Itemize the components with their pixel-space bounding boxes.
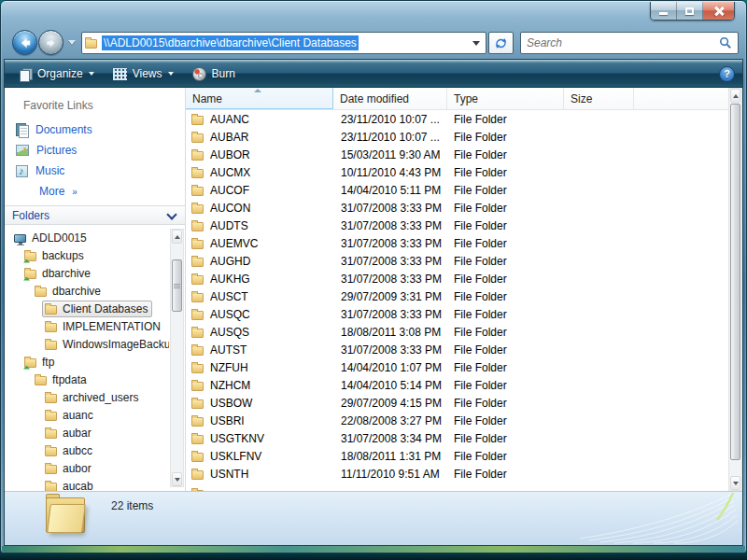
tree-item[interactable]: auanc [5, 406, 169, 424]
tree-item[interactable]: WindowsImageBackup [5, 335, 169, 353]
back-button[interactable] [12, 30, 37, 55]
table-row[interactable]: AUTST 31/07/2008 3:33 PM File Folder [186, 341, 728, 358]
table-row[interactable]: AUCMX 10/11/2010 4:43 PM File Folder [186, 163, 728, 181]
folder-icon [45, 447, 57, 456]
column-header-type[interactable]: Type [447, 88, 564, 109]
table-row[interactable]: AUCON 31/07/2008 3:33 PM File Folder [186, 199, 728, 217]
file-name: USKLFNV [210, 450, 261, 463]
views-button[interactable]: Views [106, 64, 181, 83]
table-row[interactable]: AUBAR 23/11/2010 10:07 ... File Folder [186, 128, 728, 146]
tree-item[interactable]: archived_users [5, 388, 169, 406]
file-name: AUSQC [210, 308, 250, 321]
file-type: File Folder [447, 379, 564, 392]
refresh-button[interactable] [488, 32, 514, 54]
burn-button[interactable]: Burn [185, 64, 243, 84]
address-dropdown-icon[interactable] [472, 41, 480, 46]
window-body: Organize Views Burn Favorite Links [4, 59, 743, 546]
file-date-modified: 31/07/2008 3:33 PM [333, 219, 447, 232]
table-row[interactable]: AUSQC 31/07/2008 3:33 PM File Folder [186, 305, 728, 323]
list-scrollbar-thumb[interactable] [730, 104, 740, 460]
file-rows: AUANC 23/11/2010 10:07 ... File Folder [186, 110, 742, 491]
tree-item[interactable]: IMPLEMENTATION [5, 317, 169, 335]
favorite-link[interactable]: Documents [5, 119, 185, 140]
tree-item[interactable]: ADLD0015 [5, 229, 169, 246]
file-name: USGTKNV [210, 432, 264, 445]
tree-item[interactable]: dbarchive [5, 282, 169, 300]
maximize-button[interactable] [677, 2, 703, 20]
tree-item[interactable]: ftpdata [5, 371, 169, 388]
column-headers: Name Date modified Type Size [186, 88, 742, 110]
tree-scrollbar-thumb[interactable] [172, 259, 182, 312]
folders-band[interactable]: Folders [5, 205, 185, 225]
table-row[interactable]: USBOW 29/07/2009 4:15 PM File Folder [186, 394, 728, 412]
organize-button[interactable]: Organize [12, 64, 102, 83]
scroll-down-icon[interactable] [730, 476, 740, 490]
file-name: AUBOR [210, 148, 250, 161]
tree-item[interactable]: aubar [5, 424, 169, 441]
folder-icon [191, 222, 204, 231]
favorite-link-label: Pictures [36, 144, 77, 157]
folder-icon [191, 293, 204, 302]
table-row[interactable]: USBRI 22/08/2008 3:27 PM File Folder [186, 412, 728, 429]
favorite-link[interactable]: Music [5, 161, 185, 181]
table-row[interactable]: NZFUH 14/04/2010 1:07 PM File Folder [186, 358, 728, 376]
folder-icon [191, 133, 204, 143]
folder-icon [191, 258, 204, 267]
table-row-partial[interactable] [186, 483, 728, 491]
tree-item[interactable]: aubcc [5, 441, 169, 459]
tree-item[interactable]: backups [5, 246, 169, 264]
explorer-window: \\ADLD0015\dbarchive\dbarchive\Client Da… [0, 0, 747, 553]
tree-scrollbar[interactable] [170, 229, 184, 487]
tree-item[interactable]: Client Databases [5, 300, 169, 317]
table-row[interactable]: AUCOF 14/04/2010 5:11 PM File Folder [186, 181, 728, 199]
organize-label: Organize [37, 67, 83, 80]
table-row[interactable]: AUEMVC 31/07/2008 3:33 PM File Folder [186, 234, 728, 252]
column-header-size[interactable]: Size [564, 88, 634, 109]
table-row[interactable]: AUSQS 18/08/2011 3:08 PM File Folder [186, 323, 728, 341]
table-row[interactable]: USNTH 11/11/2010 9:51 AM File Folder [186, 465, 728, 483]
table-row[interactable]: AUANC 23/11/2010 10:07 ... File Folder [186, 110, 728, 128]
scroll-down-icon[interactable] [172, 472, 182, 486]
folder-icon [191, 382, 204, 391]
table-row[interactable]: AUGHD 31/07/2008 3:33 PM File Folder [186, 252, 728, 270]
scroll-up-icon[interactable] [172, 230, 182, 244]
folder-icon [191, 275, 204, 285]
help-button[interactable] [719, 66, 735, 82]
address-bar[interactable]: \\ADLD0015\dbarchive\dbarchive\Client Da… [81, 32, 486, 54]
more-links-button[interactable]: More » [5, 181, 185, 202]
folder-icon [191, 169, 204, 178]
close-button[interactable] [703, 2, 734, 20]
file-date-modified: 31/07/2008 3:33 PM [333, 255, 447, 268]
forward-button[interactable] [38, 30, 63, 55]
scroll-up-icon[interactable] [730, 89, 740, 103]
table-row[interactable]: USGTKNV 31/07/2008 3:34 PM File Folder [186, 429, 728, 447]
table-row[interactable]: AUBOR 15/03/2011 9:30 AM File Folder [186, 146, 728, 163]
list-scrollbar[interactable] [728, 88, 742, 491]
table-row[interactable]: AUKHG 31/07/2008 3:33 PM File Folder [186, 270, 728, 287]
table-row[interactable]: NZHCM 14/04/2010 5:14 PM File Folder [186, 376, 728, 394]
file-date-modified: 14/04/2010 5:11 PM [333, 184, 447, 197]
table-row[interactable]: USKLFNV 18/08/2011 1:31 PM File Folder [186, 447, 728, 465]
tree-item[interactable]: dbarchive [5, 264, 169, 282]
tree-item[interactable]: aubor [5, 459, 169, 477]
file-type: File Folder [447, 290, 564, 303]
tree-item-label: ftp [42, 356, 54, 369]
tree-item-label: auanc [63, 409, 93, 422]
column-header-name[interactable]: Name [186, 88, 333, 109]
file-date-modified: 18/08/2011 3:08 PM [333, 326, 447, 339]
tree-item[interactable]: aucab [5, 477, 169, 491]
table-row[interactable]: AUDTS 31/07/2008 3:33 PM File Folder [186, 217, 728, 234]
file-name: AUTST [210, 343, 247, 357]
file-date-modified: 31/07/2008 3:34 PM [333, 432, 447, 445]
column-header-date-modified[interactable]: Date modified [333, 88, 447, 109]
file-type: File Folder [447, 273, 564, 286]
minimize-button[interactable] [651, 2, 677, 20]
file-type: File Folder [447, 397, 564, 410]
table-row[interactable]: AUSCT 29/07/2009 3:31 PM File Folder [186, 287, 728, 305]
recent-pages-dropdown[interactable] [68, 40, 76, 45]
search-icon[interactable] [719, 36, 732, 49]
favorite-link[interactable]: Pictures [5, 140, 185, 161]
tree-item[interactable]: ftp [5, 353, 169, 371]
search-input[interactable] [521, 34, 719, 52]
favorite-links-title: Favorite Links [5, 97, 185, 119]
